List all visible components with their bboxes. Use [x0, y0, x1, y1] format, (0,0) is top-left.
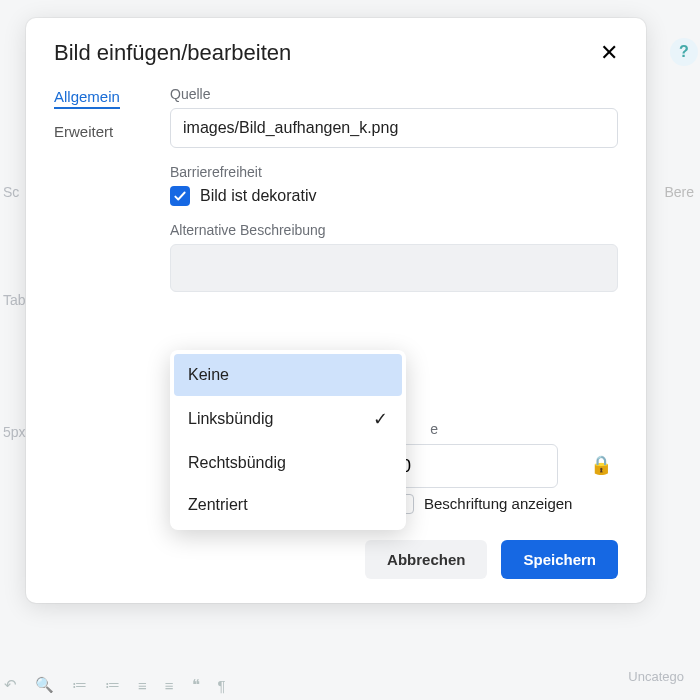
align-option-label: Zentriert: [188, 496, 248, 514]
undo-icon[interactable]: ↶: [4, 676, 17, 694]
modal-tabs: Allgemein Erweitert: [54, 86, 146, 514]
decorative-label: Bild ist dekorativ: [200, 187, 317, 205]
a11y-label: Barrierefreiheit: [170, 164, 618, 180]
help-icon[interactable]: ?: [670, 38, 698, 66]
pi-icon[interactable]: ¶: [218, 677, 226, 694]
decorative-checkbox[interactable]: [170, 186, 190, 206]
modal-footer: Abbrechen Speichern: [54, 540, 618, 579]
form-panel: Quelle Barrierefreiheit Bild ist dekorat…: [170, 86, 618, 514]
bg-text: Bere: [664, 184, 694, 200]
editor-toolbar: ↶ 🔍 ≔ ≔ ≡ ≡ ❝ ¶: [4, 676, 696, 694]
align-option-center[interactable]: Zentriert: [174, 484, 402, 526]
source-input[interactable]: [170, 108, 618, 148]
bg-text: Sc: [3, 184, 19, 200]
source-label: Quelle: [170, 86, 618, 102]
cancel-button[interactable]: Abbrechen: [365, 540, 487, 579]
tab-advanced[interactable]: Erweitert: [54, 123, 146, 140]
align-option-label: Keine: [188, 366, 229, 384]
align-dropdown: Keine Linksbündig ✓ Rechtsbündig Zentrie…: [170, 350, 406, 530]
bg-text: Tab: [3, 292, 26, 308]
modal-header: Bild einfügen/bearbeiten ✕: [54, 40, 618, 66]
list-icon[interactable]: ≔: [105, 676, 120, 694]
show-caption-label: Beschriftung anzeigen: [424, 494, 572, 514]
modal-title: Bild einfügen/bearbeiten: [54, 40, 291, 66]
close-button[interactable]: ✕: [600, 42, 618, 64]
alt-textarea[interactable]: [170, 244, 618, 292]
align-option-left[interactable]: Linksbündig ✓: [174, 396, 402, 442]
align-option-none[interactable]: Keine: [174, 354, 402, 396]
save-button[interactable]: Speichern: [501, 540, 618, 579]
check-icon: ✓: [373, 408, 388, 430]
indent-icon[interactable]: ≡: [138, 677, 147, 694]
dimensions-label-fragment: e: [430, 421, 438, 437]
bg-text: 5px: [3, 424, 26, 440]
indent-icon[interactable]: ≡: [165, 677, 174, 694]
dimension-input[interactable]: [388, 444, 558, 488]
image-edit-modal: Bild einfügen/bearbeiten ✕ Allgemein Erw…: [26, 18, 646, 603]
align-option-label: Linksbündig: [188, 410, 273, 428]
tab-general[interactable]: Allgemein: [54, 88, 120, 109]
quote-icon[interactable]: ❝: [192, 676, 200, 694]
search-icon[interactable]: 🔍: [35, 676, 54, 694]
lock-icon[interactable]: 🔒: [590, 454, 612, 476]
align-option-label: Rechtsbündig: [188, 454, 286, 472]
list-icon[interactable]: ≔: [72, 676, 87, 694]
alt-label: Alternative Beschreibung: [170, 222, 618, 238]
align-option-right[interactable]: Rechtsbündig: [174, 442, 402, 484]
